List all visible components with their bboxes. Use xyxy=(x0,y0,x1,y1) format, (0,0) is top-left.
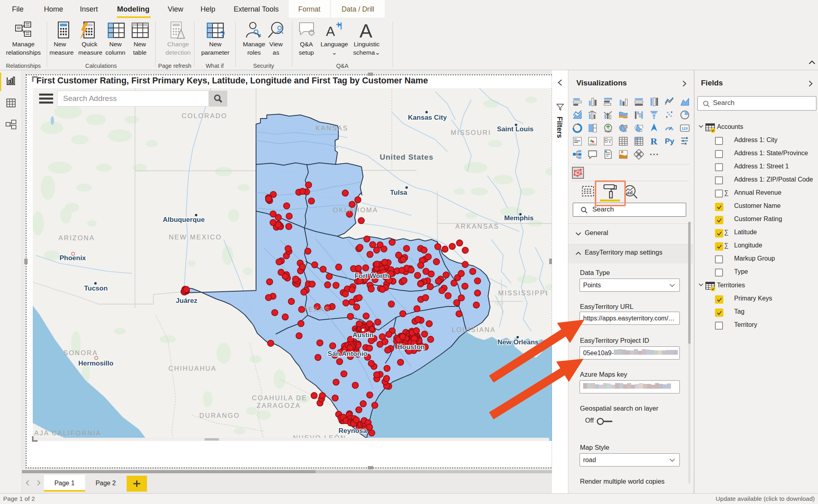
svg-text:Juárez: Juárez xyxy=(176,297,197,304)
svg-text:Memphis: Memphis xyxy=(504,214,534,222)
svg-text:BAJA CALIFORNIA: BAJA CALIFORNIA xyxy=(33,429,101,437)
svg-text:COAHUILA DE: COAHUILA DE xyxy=(252,394,307,401)
svg-text:A: A xyxy=(359,22,372,39)
svg-text:Kansas City: Kansas City xyxy=(408,114,447,121)
svg-text:Tucson: Tucson xyxy=(84,285,107,292)
svg-text:New Orleans: New Orleans xyxy=(498,338,539,346)
svg-text:Albuquerque: Albuquerque xyxy=(163,216,205,223)
svg-text:Py: Py xyxy=(665,137,675,145)
svg-text:Austin: Austin xyxy=(353,331,374,339)
svg-text:MISSISSIPPI: MISSISSIPPI xyxy=(498,289,548,296)
svg-text:ARIZONA: ARIZONA xyxy=(59,234,95,241)
svg-text:Reynosa: Reynosa xyxy=(339,427,367,435)
svg-text:LOUISIANA: LOUISIANA xyxy=(452,326,496,333)
svg-text:United States: United States xyxy=(380,153,433,161)
svg-text:DURANGO: DURANGO xyxy=(199,412,240,419)
svg-text:Hermosillo: Hermosillo xyxy=(78,360,113,367)
svg-text:R: R xyxy=(651,136,658,146)
svg-text:Houston: Houston xyxy=(397,343,425,351)
svg-text:Tulsa: Tulsa xyxy=(390,189,407,196)
svg-text:Fort Worth: Fort Worth xyxy=(355,272,389,280)
svg-text:A: A xyxy=(326,24,335,39)
svg-text:NEW MEXICO: NEW MEXICO xyxy=(169,233,222,241)
svg-text:KANSAS: KANSAS xyxy=(316,125,348,132)
svg-text:San Antonio: San Antonio xyxy=(328,350,367,358)
svg-text:ARKANSAS: ARKANSAS xyxy=(455,223,499,230)
svg-text:123: 123 xyxy=(682,126,688,130)
svg-text:OKLAHOMA: OKLAHOMA xyxy=(333,206,378,213)
svg-text:ZARAGOZA: ZARAGOZA xyxy=(257,402,301,409)
svg-text:Saint Louis: Saint Louis xyxy=(497,125,534,133)
svg-text:COLORADO: COLORADO xyxy=(182,112,227,119)
svg-text:TEXAS: TEXAS xyxy=(304,306,330,313)
svg-text:CHIHUAHUA: CHIHUAHUA xyxy=(169,365,217,372)
svg-text:?: ? xyxy=(219,29,224,39)
svg-text:SONORA: SONORA xyxy=(64,349,98,356)
svg-text:MISSOURI: MISSOURI xyxy=(451,129,491,136)
